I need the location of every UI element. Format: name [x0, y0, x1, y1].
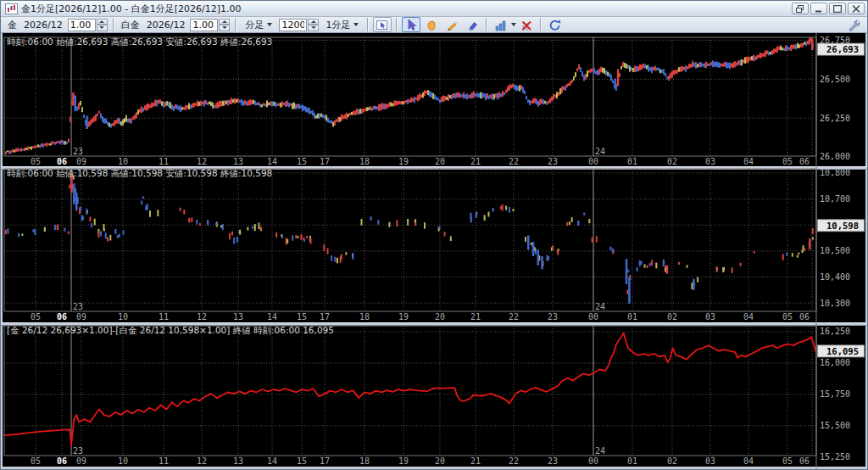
minimize-button[interactable] — [810, 3, 827, 14]
x-axis-label: 01 — [627, 312, 637, 322]
chevron-down-icon[interactable] — [511, 23, 516, 26]
x-axis-label: 13 — [233, 157, 243, 166]
refresh-button[interactable] — [546, 17, 565, 32]
x-axis-label: 22 — [509, 312, 519, 322]
x-axis-label: 18 — [359, 456, 370, 466]
close-icon — [852, 5, 860, 13]
cursor-tool-button[interactable] — [402, 17, 420, 32]
interval-dropdown[interactable]: 1分足 — [321, 17, 363, 33]
x-axis-label: 02 — [667, 312, 677, 322]
x-axis-label: 15 — [297, 456, 307, 466]
x-axis-label: 10 — [118, 157, 128, 166]
pencil-tool-icon — [445, 19, 459, 31]
x-axis-label: 04 — [743, 157, 754, 166]
region-select-tool-icon — [376, 19, 389, 31]
spread-panel-price-badge-label: 16,095 — [826, 346, 859, 356]
platinum-1min-panel-price-badge-label: 10,598 — [826, 221, 859, 231]
platinum-1min-panel: 時刻:06:00 始値:10,598 高値:10,598 安値:10,598 終… — [4, 168, 865, 322]
maximize-button[interactable] — [829, 3, 846, 14]
bar-count-input[interactable] — [279, 19, 307, 31]
x-axis-label: 05 — [782, 456, 793, 466]
toolbar-separator — [396, 18, 398, 31]
pencil-tool-button[interactable] — [442, 17, 461, 32]
marker-tool-button[interactable] — [463, 17, 481, 32]
x-axis-label: 09 — [76, 456, 86, 466]
x-axis-label: 11 — [159, 157, 169, 166]
platinum-contract-label: 2026/12 — [147, 20, 186, 31]
gold-multiplier-down-button[interactable] — [97, 25, 108, 31]
x-axis-label: 19 — [398, 157, 409, 166]
x-axis-label: 04 — [743, 312, 754, 322]
x-axis-label: 02 — [667, 456, 677, 466]
gold-multiplier-spinbox — [68, 19, 108, 31]
x-axis-label: 23 — [548, 456, 558, 466]
y-axis-label: 10,300 — [820, 299, 850, 308]
x-axis-label: 20 — [435, 157, 445, 166]
hand-tool-icon — [425, 19, 438, 31]
x-axis-label: 14 — [267, 312, 277, 322]
charts-svg[interactable]: 時刻:06:00 始値:26,693 高値:26,693 安値:26,693 終… — [1, 33, 867, 468]
x-axis-label: 17 — [320, 312, 330, 322]
x-axis-label: 11 — [159, 456, 169, 466]
toolbar-separator — [486, 18, 487, 31]
x-axis-label: 17 — [320, 456, 330, 466]
y-axis-label: 10,800 — [820, 168, 850, 177]
x-axis-label: 00 — [588, 157, 598, 166]
y-axis-label: 15,250 — [820, 452, 850, 462]
platinum-multiplier-up-button[interactable] — [219, 19, 230, 25]
x-axis-label: 19 — [398, 312, 409, 322]
y-axis-label: 16,250 — [820, 327, 850, 336]
x-axis-label: 13 — [233, 312, 243, 322]
gold-contract-label: 2026/12 — [24, 20, 63, 31]
y-axis-label: 16,000 — [820, 358, 850, 367]
platinum-multiplier-input[interactable] — [190, 19, 218, 31]
y-axis-label: 26,500 — [820, 75, 850, 84]
x-axis-label: 18 — [359, 157, 370, 166]
x-axis-label: 20 — [435, 312, 445, 322]
chevron-down-icon — [267, 23, 272, 26]
chart-type-tool-button[interactable] — [492, 17, 510, 32]
close-button[interactable] — [848, 3, 865, 14]
gold-multiplier-up-button[interactable] — [97, 19, 108, 25]
settings-button[interactable] — [844, 17, 863, 32]
y-axis-label: 10,500 — [820, 246, 850, 255]
spread-panel-plot[interactable] — [4, 326, 816, 456]
x-axis-label: 03 — [705, 456, 715, 466]
clear-chart-tool-button[interactable] — [517, 17, 536, 32]
x-axis-label: 05 — [782, 157, 793, 166]
maximize-icon — [833, 5, 842, 13]
titlebar[interactable]: 金1分足[2026/12]1.00 - 白金1分足[2026/12]1.00 — [1, 1, 867, 17]
x-axis-label: 20 — [435, 456, 445, 466]
gold-1min-panel: 時刻:06:00 始値:26,693 高値:26,693 安値:26,693 終… — [4, 36, 865, 166]
x-axis-label: 06 — [799, 157, 810, 166]
toolbar-separator — [235, 18, 236, 31]
x-axis-label: 21 — [470, 157, 481, 166]
gold-multiplier-input[interactable] — [68, 19, 96, 31]
bar-count-up-button[interactable] — [308, 19, 319, 25]
trading-app-window: 金1分足[2026/12]1.00 - 白金1分足[2026/12]1.00 金… — [0, 0, 868, 470]
gold-label: 金 — [8, 19, 17, 31]
platinum-multiplier-down-button[interactable] — [219, 25, 230, 31]
x-axis-label: 05 — [31, 157, 41, 166]
x-axis-label: 04 — [743, 456, 754, 466]
toolbar: 金 2026/12 白金 2026/12 分足 1分足 — [1, 17, 867, 33]
platinum-1min-panel-plot[interactable] — [4, 169, 816, 311]
x-axis-label: 19 — [398, 456, 409, 466]
clear-chart-tool-icon — [520, 19, 533, 31]
region-select-tool-button[interactable] — [373, 17, 392, 32]
x-axis-label: 12 — [197, 157, 207, 166]
hand-tool-button[interactable] — [422, 17, 441, 32]
x-axis-label: 10 — [118, 456, 128, 466]
y-axis-label: 26,250 — [820, 114, 850, 123]
platinum-multiplier-spinbox — [190, 19, 230, 31]
copy-window-button[interactable] — [792, 3, 809, 14]
refresh-icon — [548, 19, 562, 31]
toolbar-separator — [367, 18, 369, 31]
period-type-dropdown[interactable]: 分足 — [241, 17, 276, 33]
x-axis-label: 06 — [799, 312, 810, 322]
x-axis-label: 11 — [159, 312, 169, 322]
x-axis-label: 10 — [118, 312, 128, 322]
bar-count-down-button[interactable] — [308, 25, 319, 31]
gold-1min-panel-plot[interactable] — [4, 37, 816, 156]
x-axis-label: 13 — [233, 456, 243, 466]
